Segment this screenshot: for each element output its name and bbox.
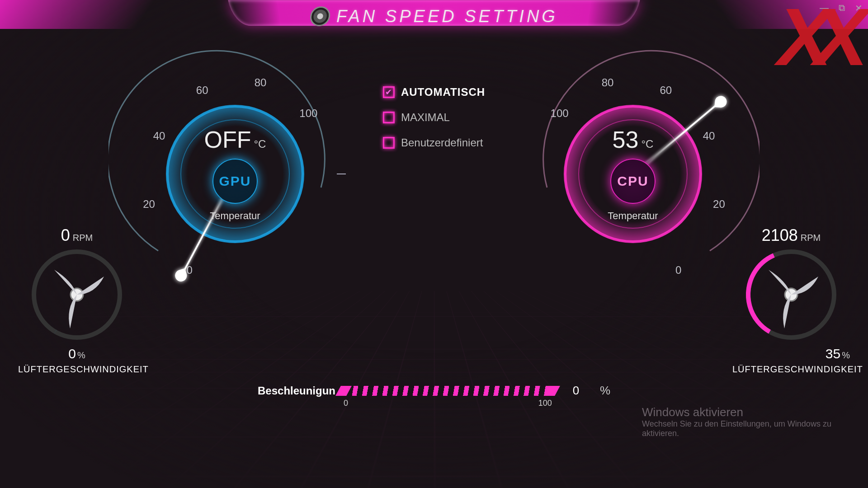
slider-max: 100 <box>538 399 552 408</box>
cpu-fan-label: LÜFTERGESCHWINDIGKEIT <box>732 364 850 375</box>
mode-maximal[interactable]: MAXIMAL <box>383 111 485 124</box>
cpu-fan-rpm-value: 2108 <box>762 226 798 244</box>
gpu-fan-ring <box>27 245 127 344</box>
windows-activation-watermark: Windows aktivieren Wechseln Sie zu den E… <box>642 405 832 438</box>
slider-ticks: 0 100 <box>344 399 552 408</box>
mode-custom[interactable]: Benutzerdefiniert <box>383 136 485 149</box>
cpu-badge: CPU <box>610 159 656 204</box>
cpu-fan-meter: 2108RPM 35% LÜFTERGESCHWINDIGKEIT <box>732 226 850 375</box>
pct-unit: % <box>842 350 850 360</box>
pct-unit: % <box>77 350 85 360</box>
tick-80: 80 <box>255 76 267 89</box>
checkbox-icon <box>383 137 395 149</box>
cpu-fan-ring <box>741 245 841 344</box>
tick-40: 40 <box>153 130 165 142</box>
cpu-temp-value: 53°C <box>613 126 654 153</box>
gpu-temp-value: OFF°C <box>204 126 266 153</box>
gpu-fan-pct: 0% <box>18 346 136 361</box>
slider-unit: % <box>600 384 610 398</box>
mode-automatic-label: AUTOMATISCH <box>401 86 485 99</box>
gpu-fan-rpm: 0RPM <box>18 226 136 245</box>
acceleration-slider[interactable]: Beschleunigun 0 100 0 % <box>258 384 610 398</box>
cpu-temp-unit: °C <box>641 138 653 150</box>
window-controls: — ⧉ ✕ <box>820 3 863 14</box>
slider-min: 0 <box>344 399 348 408</box>
slider-track[interactable]: 0 100 <box>344 386 552 396</box>
cpu-fan-rpm: 2108RPM <box>732 226 850 245</box>
gpu-fan-meter: 0RPM 0% LÜFTERGESCHWINDIGKEIT <box>18 226 136 375</box>
tick-100: 100 <box>551 107 569 120</box>
gpu-fan-rpm-value: 0 <box>61 226 70 244</box>
cpu-fan-pct-value: 35 <box>826 346 840 361</box>
cpu-gauge: 0 20 40 60 80 100 53°C CPU Temperatur <box>506 47 760 300</box>
header: FAN SPEED SETTING <box>0 0 868 32</box>
slider-label: Beschleunigun <box>258 385 335 397</box>
tick-20: 20 <box>713 198 725 211</box>
tick-40: 40 <box>703 130 715 142</box>
gpu-temp-text: OFF <box>204 127 251 153</box>
gpu-fan-label: LÜFTERGESCHWINDIGKEIT <box>18 364 136 375</box>
gpu-fan-pct-value: 0 <box>68 346 76 361</box>
gpu-temp-label: Temperatur <box>210 210 260 222</box>
fan-logo-icon <box>309 6 331 26</box>
watermark-sub: Wechseln Sie zu den Einstellungen, um Wi… <box>642 419 832 438</box>
gpu-temp-unit: °C <box>254 138 266 150</box>
tick-0: 0 <box>675 264 681 277</box>
cpu-fan-pct: 35% <box>732 346 850 361</box>
tick-20: 20 <box>143 198 155 211</box>
cpu-gauge-center: 53°C CPU Temperatur <box>574 115 692 233</box>
gpu-gauge: 0 20 40 60 80 100 OFF°C GPU Temperatur <box>108 47 362 300</box>
checkbox-icon <box>383 112 395 123</box>
header-accent-left <box>0 0 155 29</box>
gpu-badge: GPU <box>212 159 258 204</box>
tick-100: 100 <box>299 107 317 120</box>
tick-60: 60 <box>660 84 672 97</box>
cpu-temp-text: 53 <box>613 127 639 153</box>
gpu-gauge-center: OFF°C GPU Temperatur <box>176 115 294 233</box>
checkbox-icon <box>383 86 395 98</box>
close-button[interactable]: ✕ <box>855 3 863 14</box>
tick-80: 80 <box>602 76 614 89</box>
minimize-button[interactable]: — <box>820 3 829 14</box>
tick-60: 60 <box>196 84 208 97</box>
cpu-temp-label: Temperatur <box>608 210 658 222</box>
mode-custom-label: Benutzerdefiniert <box>401 136 483 149</box>
header-title: FAN SPEED SETTING <box>310 6 558 26</box>
mode-maximal-label: MAXIMAL <box>401 111 450 124</box>
mode-automatic[interactable]: AUTOMATISCH <box>383 86 485 99</box>
slider-value: 0 <box>560 384 592 398</box>
maximize-button[interactable]: ⧉ <box>839 3 845 14</box>
rpm-unit: RPM <box>73 233 93 243</box>
mode-selector: AUTOMATISCH MAXIMAL Benutzerdefiniert <box>383 86 485 162</box>
header-title-text: FAN SPEED SETTING <box>336 7 558 26</box>
watermark-title: Windows aktivieren <box>642 405 832 419</box>
rpm-unit: RPM <box>801 233 821 243</box>
